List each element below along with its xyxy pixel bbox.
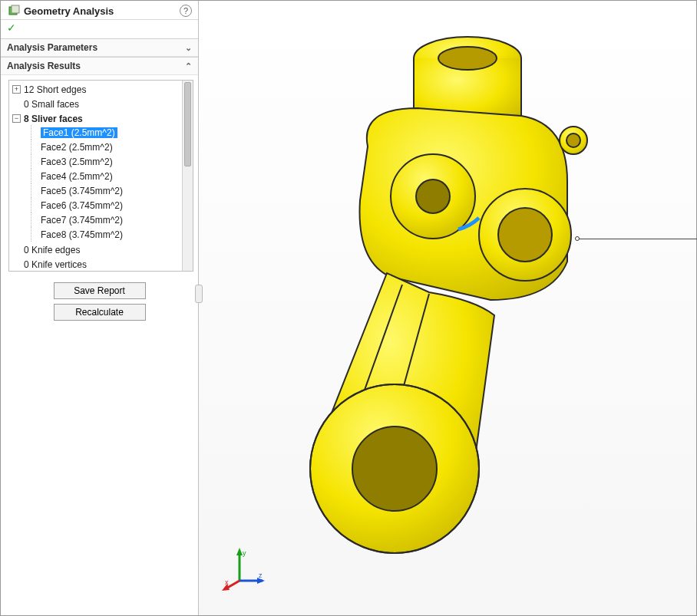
orientation-triad[interactable]: y z x — [220, 546, 266, 592]
callout-leader-line — [577, 239, 697, 239]
svg-point-13 — [352, 427, 437, 511]
svg-point-3 — [438, 47, 497, 70]
svg-point-5 — [498, 208, 552, 262]
svg-point-7 — [567, 133, 580, 147]
tree-spacer — [12, 260, 21, 268]
results-tree: + 12 Short edges 0 Small faces − — [8, 80, 193, 272]
tree-item-face5[interactable]: Face5 (3.745mm^2) — [41, 184, 182, 197]
tree-spacer — [12, 100, 21, 108]
svg-point-9 — [416, 180, 450, 213]
panel-header: Geometry Analysis ? — [1, 1, 198, 20]
tree-node-sliver-faces[interactable]: − 8 Sliver faces — [12, 112, 182, 125]
recalculate-button[interactable]: Recalculate — [54, 304, 146, 321]
section-analysis-results[interactable]: Analysis Results ⌃ — [1, 57, 198, 75]
results-tree-container: + 12 Short edges 0 Small faces − — [1, 75, 198, 276]
tree-item-face3[interactable]: Face3 (2.5mm^2) — [41, 155, 182, 168]
help-icon[interactable]: ? — [180, 5, 192, 17]
area-callout: Area: 2.5mm^2 — [575, 231, 697, 246]
save-report-button[interactable]: Save Report — [54, 282, 146, 299]
section-title: Analysis Parameters — [7, 42, 97, 53]
minus-icon[interactable]: − — [12, 114, 21, 123]
status-ok-icon: ✓ — [1, 20, 198, 38]
results-buttons: Save Report Recalculate — [1, 276, 198, 327]
tree-item-face1[interactable]: Face1 (2.5mm^2) — [41, 126, 182, 139]
graphics-viewport[interactable]: Area: 2.5mm^2 y z x — [199, 1, 696, 615]
section-analysis-parameters[interactable]: Analysis Parameters ⌄ — [1, 38, 198, 57]
sliver-faces-children: Face1 (2.5mm^2) Face2 (2.5mm^2) Face3 (2… — [35, 125, 182, 242]
scrollbar-thumb[interactable] — [184, 82, 191, 166]
tree-node-short-edges[interactable]: + 12 Short edges — [12, 83, 182, 96]
tree-spacer — [12, 245, 21, 254]
chevron-down-icon: ⌄ — [185, 43, 192, 53]
property-panel: Geometry Analysis ? ✓ Analysis Parameter… — [1, 1, 199, 615]
tree-node-knife-vertices[interactable]: 0 Knife vertices — [12, 258, 182, 271]
triad-x-label: x — [225, 578, 229, 586]
triad-y-label: y — [243, 549, 246, 557]
tree-item-face8[interactable]: Face8 (3.745mm^2) — [41, 228, 182, 241]
svg-marker-16 — [236, 548, 243, 555]
tree-node-small-faces[interactable]: 0 Small faces — [12, 97, 182, 110]
callout-anchor-dot — [575, 236, 580, 241]
feature-icon — [7, 4, 21, 18]
tree-item-face4[interactable]: Face4 (2.5mm^2) — [41, 170, 182, 183]
tree-item-face2[interactable]: Face2 (2.5mm^2) — [41, 140, 182, 153]
panel-title: Geometry Analysis — [24, 5, 180, 17]
panel-splitter-handle[interactable] — [195, 285, 203, 303]
tree-item-face7[interactable]: Face7 (3.745mm^2) — [41, 213, 182, 226]
section-title: Analysis Results — [7, 61, 81, 71]
tree-node-knife-edges[interactable]: 0 Knife edges — [12, 243, 182, 256]
app-root: Geometry Analysis ? ✓ Analysis Parameter… — [0, 0, 697, 616]
plus-icon[interactable]: + — [12, 85, 21, 94]
model-part[interactable] — [230, 8, 690, 591]
triad-z-label: z — [259, 572, 263, 579]
tree-item-face6[interactable]: Face6 (3.745mm^2) — [41, 199, 182, 212]
tree-scrollbar[interactable] — [182, 81, 193, 271]
svg-rect-1 — [12, 5, 19, 13]
chevron-up-icon: ⌃ — [185, 61, 192, 71]
